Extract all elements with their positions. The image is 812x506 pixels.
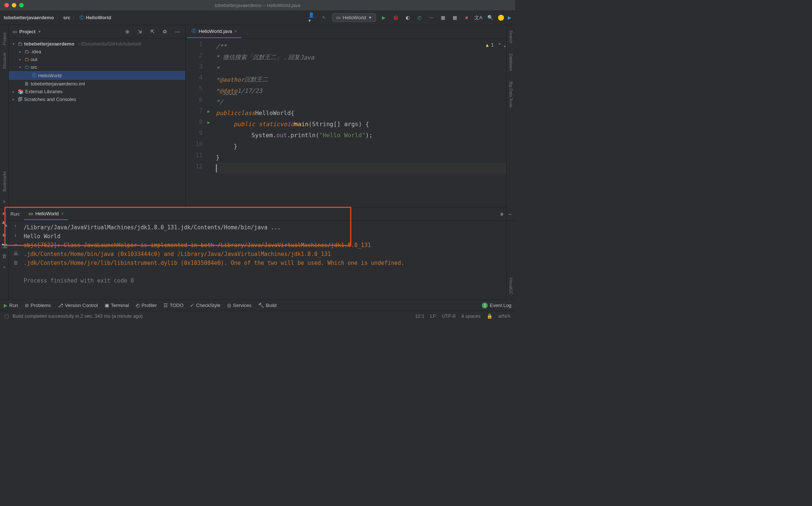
trash-icon[interactable]: 🗑 — [2, 253, 7, 259]
tree-item-iml[interactable]: 🗎 tobebetterjavaerdemo.iml — [9, 80, 185, 88]
hide-panel-icon[interactable]: — — [173, 28, 182, 36]
select-opened-icon[interactable]: ⊕ — [123, 28, 131, 36]
breadcrumb-file[interactable]: HelloWorld — [86, 15, 111, 20]
tree-item-helloworld[interactable]: Ⓒ HelloWorld — [9, 71, 185, 80]
bottom-build[interactable]: 🔨Build — [258, 303, 277, 308]
java-class-icon: Ⓒ — [79, 14, 84, 21]
tool-windows-icon[interactable]: ▢ — [4, 313, 9, 319]
code-content[interactable]: /** * 微信搜索「沉默王二」，回复 Java * * @author 沉默王… — [212, 38, 515, 207]
folder-icon: 🗀 — [24, 57, 29, 62]
inspection-widget[interactable]: ▲ 1 ⌃ ⌄ — [486, 42, 506, 48]
clear-icon[interactable]: 🗑 — [13, 260, 18, 266]
folder-icon: 🗀 — [24, 49, 29, 54]
bottom-services[interactable]: ◎Services — [227, 303, 251, 308]
code-text: "Hello World" — [319, 132, 365, 139]
rerun-icon[interactable]: ▶ — [3, 210, 6, 216]
run-gutter-icon[interactable]: ▶ — [207, 109, 210, 114]
breadcrumb-root[interactable]: tobebetterjavaerdemo — [4, 15, 54, 20]
status-memory[interactable]: ø/N/A — [498, 313, 511, 319]
bottom-checkstyle[interactable]: ✓CheckStyle — [190, 303, 220, 308]
status-encoding[interactable]: UTF-8 — [442, 313, 456, 319]
rail-project[interactable]: Project — [2, 33, 7, 45]
gear-icon[interactable]: ⚙ — [161, 28, 169, 36]
toolbar-icon-2[interactable]: ▦ — [451, 14, 459, 22]
more-run-icon[interactable]: ⋯ — [427, 14, 435, 22]
breadcrumb-folder[interactable]: src — [63, 15, 71, 20]
bottom-run[interactable]: ▶Run — [4, 303, 18, 308]
close-window-button[interactable] — [4, 3, 9, 7]
status-position[interactable]: 12:1 — [415, 313, 424, 319]
run-tab-helloworld[interactable]: ▭ HelloWorld × — [24, 208, 68, 220]
code-text: /** — [216, 43, 227, 50]
chevron-down-icon: ▾ — [19, 65, 23, 69]
profile-button[interactable]: ◴ — [415, 14, 423, 22]
console-text[interactable]: /Library/Java/JavaVirtualMachines/jdk1.8… — [22, 221, 515, 300]
bottom-problems[interactable]: ⊘Problems — [25, 303, 51, 308]
bottom-profiler[interactable]: ◴Profiler — [136, 303, 157, 308]
toolbar-icon-1[interactable]: ▦ — [439, 14, 447, 22]
up-icon[interactable]: ↑ — [14, 223, 17, 229]
rail-search[interactable]: Search — [509, 30, 513, 43]
tab-helloworld[interactable]: Ⓒ HelloWorld.java × — [187, 25, 241, 38]
panel-title[interactable]: Project — [19, 29, 35, 34]
maximize-window-button[interactable] — [19, 3, 24, 7]
bottom-vcs[interactable]: ⎇Version Control — [58, 303, 98, 308]
close-tab-icon[interactable]: × — [61, 211, 64, 216]
java-class-icon: Ⓒ — [192, 28, 196, 34]
jetbrains-icon[interactable]: ▶ — [508, 15, 511, 20]
more-tools-icon[interactable]: » — [3, 198, 6, 204]
more-icon[interactable]: » — [3, 264, 6, 270]
run-config-selector[interactable]: ▭ HelloWorld ▼ — [332, 13, 376, 22]
hide-panel-icon[interactable]: — — [508, 211, 511, 217]
tree-item-external-libs[interactable]: ▸ 📚 External Libraries — [9, 88, 185, 95]
rail-structure[interactable]: Structure — [2, 53, 7, 69]
chevron-right-icon: ▸ — [13, 97, 16, 101]
chevron-down-icon[interactable]: ▼ — [38, 30, 41, 34]
rail-bigdata[interactable]: Big Data Tools — [509, 81, 513, 108]
user-icon[interactable]: 👤▾ — [308, 14, 317, 22]
down-icon[interactable]: ↓ — [14, 232, 17, 238]
left-tool-rail: Project Structure Bookmarks » — [0, 25, 9, 207]
bottom-terminal[interactable]: ▣Terminal — [105, 303, 129, 308]
tree-item-scratches[interactable]: ▸ 🗐 Scratches and Consoles — [9, 95, 185, 103]
tree-item-idea[interactable]: ▸ 🗀 .idea — [9, 48, 185, 55]
status-indent[interactable]: 4 spaces — [461, 313, 481, 319]
expand-all-icon[interactable]: ⇲ — [136, 28, 144, 36]
coverage-button[interactable]: ◐ — [403, 14, 412, 22]
notification-icon[interactable] — [498, 15, 504, 21]
status-line-separator[interactable]: LF — [430, 313, 436, 319]
stop-button[interactable]: ■ — [463, 14, 471, 22]
close-tab-icon[interactable]: × — [234, 28, 237, 34]
code-text: } — [216, 154, 220, 161]
chevron-down-icon: ▼ — [368, 16, 372, 20]
gear-icon[interactable]: ⚙ — [500, 211, 503, 217]
bottom-label: TODO — [170, 303, 183, 308]
run-gutter-icon[interactable]: ▶ — [207, 120, 210, 125]
tree-item-src[interactable]: ▾ 🗀 src — [9, 63, 185, 71]
code-area[interactable]: ▲ 1 ⌃ ⌄ 1 2 3 4 5 6 7▶ 8▶ 9 10 11 12 /** — [186, 38, 515, 207]
build-hammer-icon[interactable]: ↖ — [320, 14, 328, 22]
code-text: * — [216, 87, 220, 94]
print-icon[interactable]: 🖶 — [13, 251, 18, 256]
chevron-down-icon[interactable]: ⌄ — [503, 42, 506, 48]
debug-button[interactable]: 🐞 — [392, 14, 400, 22]
stop-icon[interactable]: ■ — [3, 232, 6, 237]
minimize-window-button[interactable] — [12, 3, 16, 7]
status-readonly-icon[interactable]: 🔒 — [487, 313, 493, 319]
rail-database[interactable]: Database — [509, 54, 513, 71]
translate-icon[interactable]: 文A — [474, 14, 483, 22]
code-text: * — [216, 65, 220, 72]
bottom-todo[interactable]: ☲TODO — [163, 303, 183, 308]
wrench-icon[interactable]: 🔧 — [1, 221, 7, 227]
run-button[interactable]: ▶ — [380, 14, 388, 22]
collapse-all-icon[interactable]: ⇱ — [148, 28, 156, 36]
tree-root[interactable]: ▾ 🗀 tobebetterjavaerdemo ~/Documents/Git… — [9, 40, 185, 48]
rail-bookmarks[interactable]: Bookmarks — [2, 171, 7, 192]
bottom-eventlog[interactable]: 1Event Log — [482, 303, 511, 308]
tree-item-out[interactable]: ▸ 🗀 out — [9, 55, 185, 63]
hammer-icon: 🔨 — [258, 303, 264, 308]
camera-icon[interactable]: 📷 — [1, 243, 7, 248]
chevron-up-icon[interactable]: ⌃ — [498, 42, 501, 48]
soft-wrap-icon[interactable]: ⇥ — [14, 242, 17, 247]
search-icon[interactable]: 🔍 — [486, 14, 494, 22]
